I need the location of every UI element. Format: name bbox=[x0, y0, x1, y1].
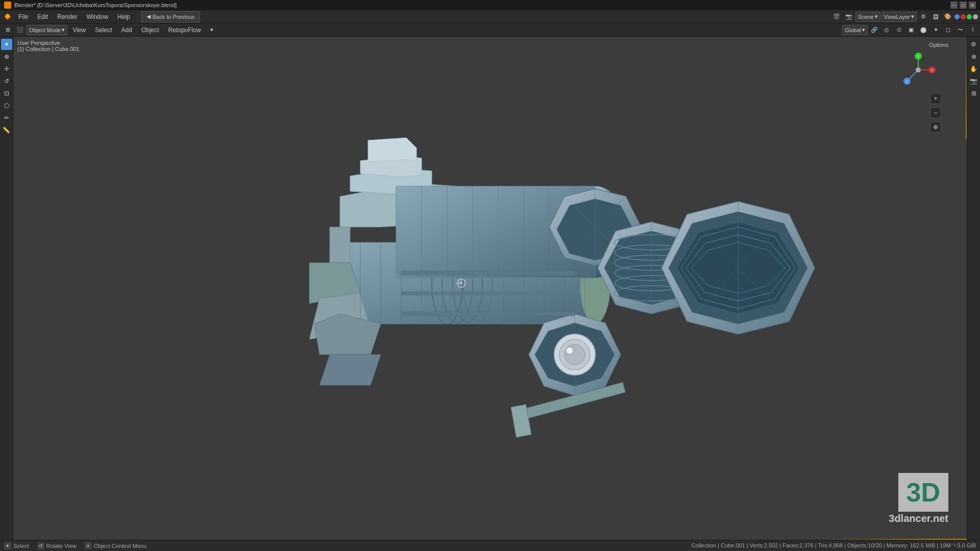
svg-text:Y: Y bbox=[917, 55, 920, 58]
back-to-previous-button[interactable]: ◀ Back to Previous bbox=[141, 11, 201, 22]
status-select: ✦ Select bbox=[4, 542, 29, 549]
green-dot bbox=[967, 14, 972, 19]
object-menu[interactable]: Object bbox=[137, 24, 163, 36]
svg-rect-82 bbox=[401, 312, 575, 316]
pan-btn[interactable]: ⊕ bbox=[930, 121, 941, 133]
xray-icon[interactable]: ◻ bbox=[942, 24, 953, 36]
white-dot bbox=[973, 14, 978, 19]
svg-point-86 bbox=[460, 282, 462, 284]
measure-tool[interactable]: 📏 bbox=[1, 124, 12, 136]
annotate-tool[interactable]: ✏ bbox=[1, 112, 12, 123]
red-dot bbox=[961, 14, 966, 19]
blender-menu-icon[interactable]: 🔶 bbox=[2, 11, 13, 22]
global-dropdown[interactable]: Global ▾ bbox=[842, 25, 868, 35]
grid-icon[interactable]: ⊞ bbox=[968, 88, 979, 99]
curve-icon[interactable]: ⌇ bbox=[967, 24, 978, 36]
select-menu[interactable]: Select bbox=[91, 24, 116, 36]
scene-layer-controls: 🎬 📷 Scene ▾ ViewLayer ▾ ⚙ 🖼 🎨 bbox=[831, 11, 978, 22]
select-icon: ✦ bbox=[4, 542, 11, 549]
rotate-label: Rotate View bbox=[46, 543, 77, 549]
window-title: Blender* [D:\Server\3D\Uchoba\KursTopora… bbox=[14, 2, 950, 8]
stat-graph-icon[interactable]: 〜 bbox=[954, 24, 966, 36]
viewport-perspective-label: User Perspective bbox=[17, 40, 79, 46]
shading-wire-icon[interactable]: ▣ bbox=[905, 24, 917, 36]
retopoflow-arrow[interactable]: ▾ bbox=[206, 24, 217, 36]
shading-render-icon[interactable]: ✦ bbox=[930, 24, 941, 36]
blue-dot bbox=[954, 14, 960, 19]
rotate-tool[interactable]: ↺ bbox=[1, 76, 12, 87]
view-menu[interactable]: View bbox=[68, 24, 90, 36]
svg-marker-17 bbox=[368, 138, 416, 162]
view-layer-dropdown[interactable]: ViewLayer ▾ bbox=[881, 12, 917, 22]
right-sidebar: ⚙ ⊕ ✋ 📷 ⊞ bbox=[967, 37, 980, 540]
editor-type-icon[interactable]: ⬛ bbox=[14, 24, 26, 36]
viewport-info: User Perspective (1) Collection | Cube.0… bbox=[17, 40, 79, 52]
menu-file[interactable]: File bbox=[14, 11, 32, 22]
svg-rect-81 bbox=[401, 291, 575, 295]
viewport-type-icon[interactable]: ⊞ bbox=[2, 24, 13, 36]
status-bar: ✦ Select ↺ Rotate View ≡ Object Context … bbox=[0, 540, 980, 551]
left-sidebar: ✦ ⊕ ✛ ↺ ⊡ ⬡ ✏ 📏 bbox=[0, 37, 13, 540]
watermark: 3D 3dlancer.net bbox=[889, 473, 948, 524]
menu-window[interactable]: Window bbox=[82, 11, 112, 22]
scene-select-icon[interactable]: 📷 bbox=[843, 11, 854, 22]
transform-tool[interactable]: ⬡ bbox=[1, 100, 12, 111]
gizmo-svg: X Y Z bbox=[900, 52, 936, 88]
menu-help[interactable]: Help bbox=[113, 11, 134, 22]
rotate-icon: ↺ bbox=[37, 542, 44, 549]
watermark-site-text: 3dlancer.net bbox=[889, 513, 948, 524]
back-arrow-icon: ◀ bbox=[146, 13, 151, 20]
overlay-icon[interactable]: ⊙ bbox=[893, 24, 904, 36]
svg-point-77 bbox=[567, 347, 573, 354]
viewport[interactable]: User Perspective (1) Collection | Cube.0… bbox=[13, 37, 967, 540]
options-label[interactable]: Options bbox=[929, 42, 948, 48]
context-label: Object Context Menu bbox=[94, 543, 146, 549]
cursor-tool[interactable]: ⊕ bbox=[1, 51, 12, 62]
zoom-in-btn[interactable]: + bbox=[930, 93, 941, 104]
blender-icon bbox=[4, 2, 11, 9]
render-scene-icon[interactable]: 🎬 bbox=[831, 11, 842, 22]
options-icon[interactable]: ⚙ bbox=[968, 39, 979, 50]
viewport-collection-label: (1) Collection | Cube.001 bbox=[17, 46, 79, 52]
retopoflow-menu[interactable]: RetopoFlow bbox=[164, 24, 205, 36]
close-button[interactable]: ✕ bbox=[969, 2, 976, 9]
maximize-button[interactable]: □ bbox=[960, 2, 967, 9]
viewport-right-tools: Global ▾ 🔗 ◎ ⊙ ▣ ⬤ ✦ ◻ 〜 ⌇ bbox=[842, 24, 978, 36]
shading-solid-icon[interactable]: ⬤ bbox=[918, 24, 929, 36]
select-label: Select bbox=[13, 543, 29, 549]
object-mode-dropdown[interactable]: Object Mode ▾ bbox=[27, 25, 67, 35]
svg-text:Z: Z bbox=[906, 80, 909, 83]
color-mode-icon[interactable]: 🎨 bbox=[942, 11, 953, 22]
settings-icon[interactable]: ⚙ bbox=[918, 11, 929, 22]
minimize-button[interactable]: − bbox=[950, 2, 958, 9]
hand-icon[interactable]: ✋ bbox=[968, 63, 979, 74]
menu-sep-1 bbox=[137, 12, 138, 21]
nav-gizmo: + − ⊕ bbox=[930, 93, 941, 133]
svg-rect-80 bbox=[401, 271, 575, 275]
zoom-out-btn[interactable]: − bbox=[930, 107, 941, 118]
svg-point-9 bbox=[916, 67, 921, 72]
proportional-edit-icon[interactable]: ◎ bbox=[881, 24, 892, 36]
camera-right-icon[interactable]: 📷 bbox=[968, 76, 979, 87]
viewport-gizmo[interactable]: X Y Z bbox=[900, 52, 941, 93]
scene-dropdown[interactable]: Scene ▾ bbox=[855, 12, 880, 22]
select-tool[interactable]: ✦ bbox=[1, 39, 12, 50]
menu-edit[interactable]: Edit bbox=[33, 11, 52, 22]
menu-bar: 🔶 File Edit Render Window Help ◀ Back to… bbox=[0, 10, 980, 23]
back-btn-label: Back to Previous bbox=[153, 14, 195, 20]
status-context: ≡ Object Context Menu bbox=[85, 542, 146, 549]
watermark-3d-text: 3D bbox=[898, 473, 948, 512]
scale-tool[interactable]: ⊡ bbox=[1, 88, 12, 99]
svg-point-76 bbox=[565, 344, 585, 365]
add-menu[interactable]: Add bbox=[117, 24, 136, 36]
viewport-header: ⊞ ⬛ Object Mode ▾ View Select Add Object… bbox=[0, 23, 980, 37]
context-icon: ≡ bbox=[85, 542, 92, 549]
cursor-right-icon[interactable]: ⊕ bbox=[968, 51, 979, 62]
view-layer-arrow: ▾ bbox=[911, 13, 914, 20]
status-rotate: ↺ Rotate View bbox=[37, 542, 77, 549]
move-tool[interactable]: ✛ bbox=[1, 63, 12, 74]
snap-icon[interactable]: 🔗 bbox=[869, 24, 880, 36]
render-icon[interactable]: 🖼 bbox=[930, 11, 941, 22]
window-controls: − □ ✕ bbox=[950, 2, 976, 9]
menu-render[interactable]: Render bbox=[53, 11, 81, 22]
